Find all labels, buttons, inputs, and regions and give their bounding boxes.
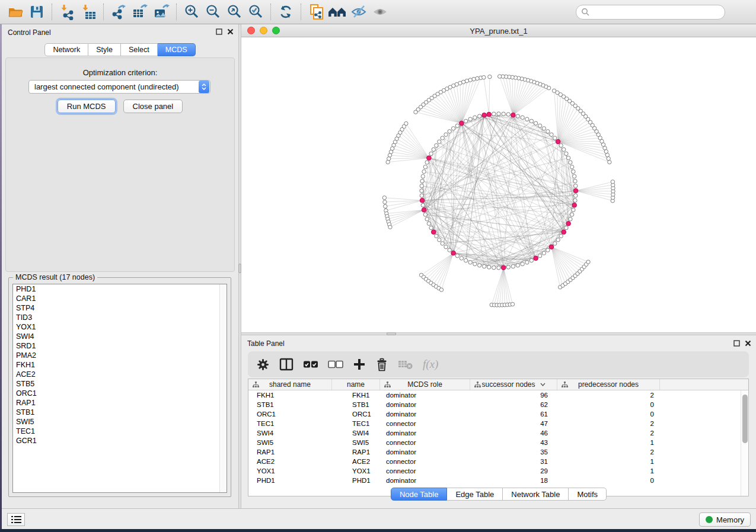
tab-motifs[interactable]: Motifs [569, 488, 607, 501]
network-node[interactable] [542, 127, 546, 130]
mcds-dominator-node[interactable] [572, 203, 577, 208]
network-node[interactable] [448, 130, 451, 133]
network-node[interactable] [439, 288, 443, 291]
show-columns-button[interactable] [279, 355, 294, 373]
zoom-fit-button[interactable] [224, 2, 245, 22]
network-node[interactable] [468, 261, 472, 264]
network-node[interactable] [552, 89, 556, 92]
table-row[interactable]: ACE2ACE2connector311 [248, 457, 741, 466]
network-node[interactable] [511, 302, 514, 306]
mcds-result-item[interactable]: STB5 [13, 379, 227, 389]
network-node[interactable] [441, 242, 444, 245]
network-node[interactable] [573, 198, 577, 202]
export-image-button[interactable] [151, 2, 172, 22]
network-node[interactable] [438, 140, 441, 143]
network-node[interactable] [435, 234, 438, 238]
network-node[interactable] [497, 75, 501, 78]
network-node[interactable] [455, 124, 459, 127]
network-node[interactable] [569, 161, 572, 164]
mcds-result-item[interactable]: SWI5 [13, 417, 227, 427]
network-node[interactable] [570, 165, 573, 169]
network-node[interactable] [611, 180, 614, 184]
task-history-button[interactable] [7, 513, 25, 526]
network-node[interactable] [382, 196, 386, 200]
network-node[interactable] [538, 124, 541, 127]
mcds-result-item[interactable]: STP4 [13, 303, 227, 313]
mcds-result-item[interactable]: RAP1 [13, 398, 227, 408]
network-node[interactable] [388, 225, 392, 229]
network-node[interactable] [438, 238, 441, 242]
network-node[interactable] [420, 180, 424, 183]
table-row[interactable]: STB1STB1dominator620 [248, 400, 741, 409]
table-row[interactable]: ORC1ORC1dominator610 [248, 409, 741, 419]
close-panel-icon[interactable] [745, 340, 751, 347]
mcds-result-item[interactable]: TEC1 [13, 427, 227, 436]
table-row[interactable]: YOX1YOX1connector291 [248, 466, 741, 476]
mcds-result-item[interactable]: STB1 [13, 408, 227, 417]
network-node[interactable] [542, 251, 546, 255]
network-node[interactable] [607, 156, 610, 160]
network-node[interactable] [569, 217, 572, 221]
network-node[interactable] [448, 248, 451, 252]
network-node[interactable] [546, 248, 550, 252]
network-node[interactable] [497, 112, 500, 116]
network-node[interactable] [429, 152, 433, 155]
network-node[interactable] [572, 174, 576, 178]
mcds-dominator-node[interactable] [482, 113, 487, 118]
mcds-dominator-node[interactable] [427, 156, 432, 161]
network-node[interactable] [384, 204, 387, 208]
deselect-all-columns-button[interactable] [328, 355, 343, 373]
network-node[interactable] [559, 143, 563, 147]
list-scrollbar[interactable] [219, 284, 227, 492]
mcds-result-item[interactable]: YOX1 [13, 322, 227, 332]
table-row[interactable]: PHD1PHD1dominator180 [248, 476, 741, 485]
network-node[interactable] [516, 114, 519, 118]
optimization-criterion-select[interactable]: largest connected component (undirected) [28, 80, 210, 94]
network-node[interactable] [460, 257, 463, 260]
network-node[interactable] [506, 113, 510, 116]
network-node[interactable] [482, 264, 486, 268]
network-node[interactable] [525, 117, 529, 121]
mcds-result-item[interactable]: SRD1 [13, 341, 227, 351]
network-node[interactable] [464, 258, 467, 262]
network-node[interactable] [441, 136, 444, 140]
network-node[interactable] [546, 130, 550, 133]
network-node[interactable] [570, 213, 573, 216]
search-input[interactable] [592, 8, 720, 16]
delete-column-button[interactable] [375, 355, 388, 373]
network-node[interactable] [473, 116, 477, 119]
network-node[interactable] [423, 165, 427, 169]
network-node[interactable] [473, 262, 477, 265]
mcds-result-item[interactable]: CAR1 [13, 294, 227, 303]
column-header-successor-nodes[interactable]: successor nodes [470, 379, 557, 390]
tab-node-table[interactable]: Node Table [391, 488, 448, 501]
network-node[interactable] [451, 127, 455, 130]
mcds-dominator-node[interactable] [562, 230, 566, 235]
network-node[interactable] [420, 189, 423, 193]
network-node[interactable] [477, 114, 481, 118]
network-node[interactable] [425, 217, 429, 221]
network-node[interactable] [516, 264, 519, 267]
tab-edge-table[interactable]: Edge Table [447, 488, 503, 501]
column-header-name[interactable]: name [332, 379, 380, 390]
export-network-button[interactable] [108, 2, 129, 22]
mcds-dominator-node[interactable] [573, 188, 578, 193]
table-row[interactable]: TEC1TEC1connector472 [248, 419, 741, 428]
network-node[interactable] [468, 117, 472, 121]
network-node[interactable] [556, 238, 560, 242]
network-node[interactable] [529, 258, 533, 262]
mcds-dominator-node[interactable] [534, 256, 538, 261]
network-node[interactable] [427, 222, 430, 225]
mcds-result-item[interactable]: PHD1 [13, 284, 227, 294]
mcds-result-item[interactable]: TID3 [13, 313, 227, 322]
network-node[interactable] [529, 119, 533, 123]
mcds-dominator-node[interactable] [431, 230, 436, 235]
show-all-button[interactable] [369, 2, 391, 22]
network-node[interactable] [572, 208, 575, 211]
column-header-shared-name[interactable]: shared name [248, 379, 332, 390]
network-node[interactable] [425, 161, 429, 164]
network-node[interactable] [429, 226, 433, 229]
mcds-dominator-node[interactable] [420, 198, 425, 203]
select-all-columns-button[interactable] [303, 355, 318, 373]
network-node[interactable] [553, 242, 557, 245]
